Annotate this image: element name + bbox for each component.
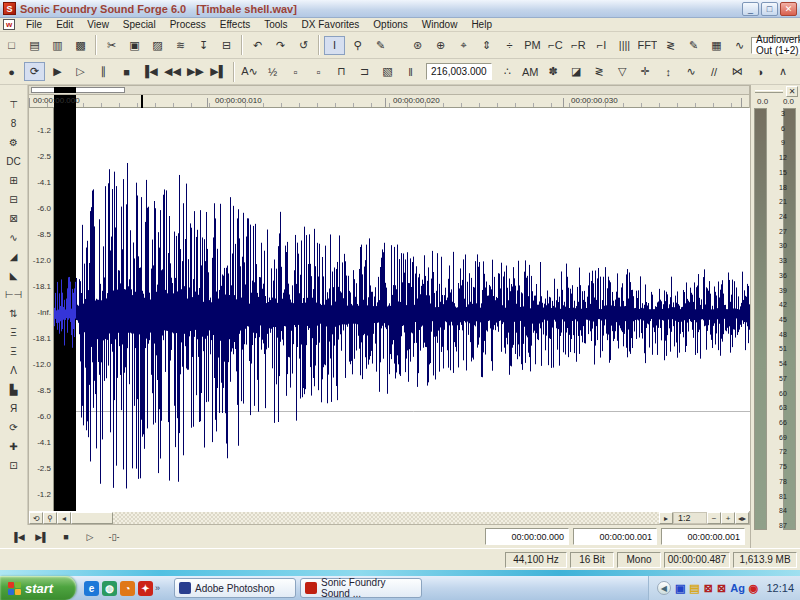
snap-right-icon[interactable]: ⊐ xyxy=(354,62,375,81)
trim2-icon[interactable]: ⊢⊣ xyxy=(4,286,24,303)
bars2-icon[interactable]: ‖ xyxy=(400,62,421,81)
waveform-canvas[interactable] xyxy=(54,108,751,511)
waveform-area[interactable]: -1.2-2.5-4.1-6.0-8.5-12.0-18.1-Inf.-18.1… xyxy=(29,108,749,511)
dc-offset-icon[interactable]: DC xyxy=(4,153,24,170)
menu-item[interactable]: Edit xyxy=(49,18,80,31)
dither-icon[interactable]: ∴ xyxy=(497,62,518,81)
cut-icon[interactable]: ✂ xyxy=(101,36,122,55)
position-display[interactable]: 216,003.000 xyxy=(426,63,492,80)
tray-ag-icon[interactable]: Ag xyxy=(730,581,745,595)
toolbar-icon[interactable] xyxy=(233,62,235,82)
toolbar-icon[interactable] xyxy=(241,35,243,55)
pan-icon[interactable]: ✛ xyxy=(635,62,656,81)
grid-icon[interactable]: ▦ xyxy=(706,36,727,55)
graph-2-icon[interactable]: ⊟ xyxy=(4,191,24,208)
save-as-icon[interactable]: ▩ xyxy=(70,36,91,55)
menu-item[interactable]: Process xyxy=(163,18,213,31)
fade-out-icon[interactable]: ◣ xyxy=(4,267,24,284)
tray-red-icon[interactable]: ◉ xyxy=(749,581,759,595)
toolbar-icon[interactable] xyxy=(318,35,320,55)
fft-icon[interactable]: FFT xyxy=(637,36,658,55)
menu-item[interactable]: DX Favorites xyxy=(295,18,367,31)
save-icon[interactable]: ▥ xyxy=(47,36,68,55)
taskbar-clock[interactable]: 12:14 xyxy=(766,582,794,594)
sine-icon[interactable]: ∿ xyxy=(729,36,750,55)
meter-grip[interactable] xyxy=(755,90,783,93)
rotate-icon[interactable]: ⟳ xyxy=(4,419,24,436)
go-to-end-button[interactable]: ▶▌ xyxy=(208,62,229,81)
double-slash-icon[interactable]: // xyxy=(704,62,725,81)
pattern-icon[interactable]: ▧ xyxy=(377,62,398,81)
marker-i-icon[interactable]: ⌐I xyxy=(591,36,612,55)
magnifier-button[interactable]: ⚲ xyxy=(43,512,57,524)
mix-icon[interactable]: ≋ xyxy=(170,36,191,55)
tray-network-x-icon-1[interactable]: ⊠ xyxy=(704,581,713,595)
zoom-normal-button[interactable]: ⟲ xyxy=(29,512,43,524)
maximize-button[interactable]: □ xyxy=(761,2,778,16)
undo-icon[interactable]: ↶ xyxy=(247,36,268,55)
sketch-icon[interactable]: ✎ xyxy=(683,36,704,55)
box-dot-icon[interactable]: ⊡ xyxy=(4,457,24,474)
marker-r-icon[interactable]: ⌐R xyxy=(568,36,589,55)
wave-icon[interactable]: ∿ xyxy=(4,229,24,246)
overview-bar[interactable] xyxy=(29,86,749,95)
task-adobe-photoshop[interactable]: Adobe Photoshop xyxy=(174,578,296,598)
trim-icon[interactable]: ⊟ xyxy=(216,36,237,55)
copy-icon[interactable]: ▣ xyxy=(124,36,145,55)
selection-b-icon[interactable]: ▫ xyxy=(308,62,329,81)
tray-icon-yellow[interactable]: ▤ xyxy=(689,581,699,595)
menu-item[interactable]: Options xyxy=(366,18,414,31)
ie-quicklaunch-icon[interactable]: e xyxy=(84,581,99,596)
tray-network-x-icon-2[interactable]: ⊠ xyxy=(717,581,726,595)
am-icon[interactable]: AM xyxy=(520,62,541,81)
menu-item[interactable]: File xyxy=(19,18,49,31)
caret-icon[interactable]: ∧ xyxy=(773,62,794,81)
level-ruler[interactable]: -1.2-2.5-4.1-6.0-8.5-12.0-18.1-Inf.-18.1… xyxy=(29,108,54,511)
bowtie-icon[interactable]: ⋈ xyxy=(727,62,748,81)
pm-icon[interactable]: PM xyxy=(522,36,543,55)
eq-icon[interactable]: ≷ xyxy=(589,62,610,81)
extract-audio-icon[interactable]: ⊕ xyxy=(430,36,451,55)
burst-icon[interactable]: ✽ xyxy=(543,62,564,81)
bit-depth-status[interactable]: 16 Bit xyxy=(570,552,614,568)
updown2-icon[interactable]: ⇅ xyxy=(4,305,24,322)
time-ruler[interactable]: 00:00:00.00000:00:00.01000:00:00.02000:0… xyxy=(29,95,749,108)
graph-3-icon[interactable]: ⊠ xyxy=(4,210,24,227)
perpendicular-icon[interactable]: ⊥ xyxy=(796,62,800,81)
menu-item[interactable]: Tools xyxy=(257,18,294,31)
pause-button[interactable]: ∥ xyxy=(93,62,114,81)
pitch-icon[interactable]: ↕ xyxy=(658,62,679,81)
marker-c-icon[interactable]: ⌐C xyxy=(545,36,566,55)
selection-start-field[interactable]: 00:00:00.000 xyxy=(485,528,569,545)
graph-1-icon[interactable]: ⊞ xyxy=(4,172,24,189)
eq-high-icon[interactable]: Ξ xyxy=(4,343,24,360)
sample-rate-status[interactable]: 44,100 Hz xyxy=(505,552,567,568)
record-button[interactable]: ● xyxy=(1,62,22,81)
overflow-chevron-icon[interactable]: » xyxy=(155,583,160,593)
rewind-button[interactable]: ◀◀ xyxy=(162,62,183,81)
browser2-quicklaunch-icon[interactable]: ◍ xyxy=(102,581,117,596)
snap-left-icon[interactable]: ⊓ xyxy=(331,62,352,81)
selection-a-icon[interactable]: ▫ xyxy=(285,62,306,81)
tray-icon-blue[interactable]: ▣ xyxy=(675,581,685,595)
peak-icon[interactable]: Λ xyxy=(4,362,24,379)
one-half-icon[interactable]: ½ xyxy=(262,62,283,81)
app-quicklaunch-icon[interactable]: ✦ xyxy=(138,581,153,596)
selection-end-field[interactable]: 00:00:00.001 xyxy=(573,528,657,545)
sound-forge-app-icon[interactable]: S xyxy=(3,2,16,15)
t-bar-icon[interactable]: ⊤ xyxy=(4,96,24,113)
wave2-icon[interactable]: ∿ xyxy=(681,62,702,81)
new-file-icon[interactable]: □ xyxy=(1,36,22,55)
scrollbar-thumb[interactable] xyxy=(71,512,113,524)
paste-icon[interactable]: ▨ xyxy=(147,36,168,55)
toolbar-icon[interactable] xyxy=(95,35,97,55)
minimize-button[interactable]: _ xyxy=(742,2,759,16)
updown-icon[interactable]: ⇕ xyxy=(476,36,497,55)
forward-button[interactable]: ▶▶ xyxy=(185,62,206,81)
scroll-left-arrow[interactable]: ◂ xyxy=(57,512,71,524)
go-to-start-button[interactable]: ▐◀ xyxy=(139,62,160,81)
repeat-icon[interactable]: ↺ xyxy=(293,36,314,55)
media-quicklaunch-icon[interactable]: ◔ xyxy=(120,581,135,596)
transport-go-start-button[interactable]: ▐◀ xyxy=(7,528,29,545)
redo-icon[interactable]: ↷ xyxy=(270,36,291,55)
